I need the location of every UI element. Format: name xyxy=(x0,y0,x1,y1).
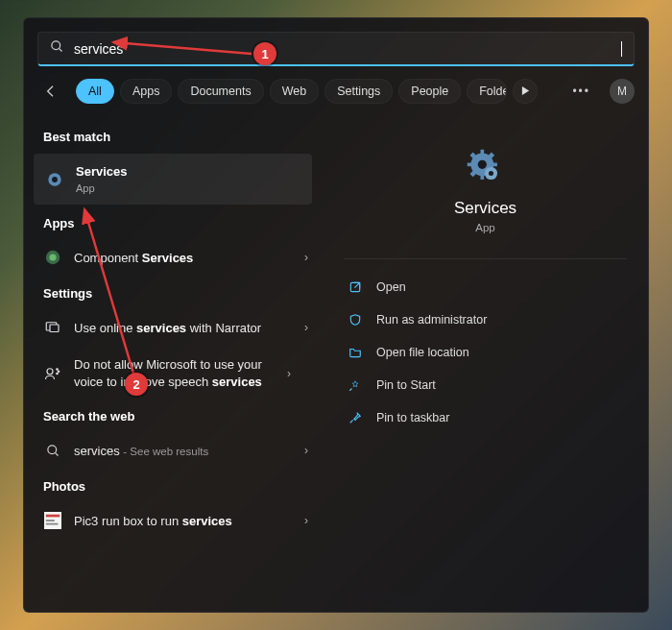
svg-rect-22 xyxy=(480,174,484,180)
filter-tab-people[interactable]: People xyxy=(398,79,461,104)
preview-subtitle: App xyxy=(475,222,494,233)
pin-icon xyxy=(348,410,363,425)
open-icon xyxy=(348,279,363,295)
component-services-icon xyxy=(43,248,62,267)
back-button[interactable] xyxy=(37,78,64,105)
svg-line-35 xyxy=(350,420,353,423)
folder-icon xyxy=(348,345,363,360)
filter-tab-documents[interactable]: Documents xyxy=(178,79,263,104)
svg-point-5 xyxy=(52,177,58,182)
section-apps: Apps xyxy=(24,206,322,238)
result-photo-pic3[interactable]: Pic3 run box to run services › xyxy=(24,501,322,540)
annotation-badge-2: 2 xyxy=(125,373,148,396)
preview-pane: Services App Open Run as administrator O… xyxy=(322,112,648,612)
svg-rect-17 xyxy=(46,515,60,518)
action-pin-to-start[interactable]: Pin to Start xyxy=(344,369,627,401)
filter-row: All Apps Documents Web Settings People F… xyxy=(24,66,648,112)
svg-point-11 xyxy=(57,369,59,371)
annotation-badge-1: 1 xyxy=(253,42,276,65)
svg-line-34 xyxy=(349,389,351,391)
section-photos: Photos xyxy=(24,470,322,501)
result-title: Services xyxy=(76,164,128,179)
result-setting-narrator-online-services[interactable]: Use online services with Narrator › xyxy=(24,308,322,347)
search-bar[interactable] xyxy=(37,32,635,66)
svg-line-15 xyxy=(55,452,58,455)
preview-title: Services xyxy=(454,199,516,218)
chevron-right-icon: › xyxy=(304,251,308,264)
filter-tab-settings[interactable]: Settings xyxy=(324,79,393,104)
search-icon xyxy=(43,441,62,460)
shield-icon xyxy=(348,312,363,327)
chevron-right-icon: › xyxy=(287,367,291,380)
divider xyxy=(344,258,627,259)
section-web: Search the web xyxy=(24,400,322,431)
svg-marker-2 xyxy=(522,86,529,95)
svg-point-31 xyxy=(488,171,492,176)
result-web-services[interactable]: services - See web results › xyxy=(24,431,322,470)
section-settings: Settings xyxy=(24,277,322,308)
svg-rect-18 xyxy=(46,521,55,522)
filter-tab-web[interactable]: Web xyxy=(270,79,319,104)
result-subtitle: App xyxy=(76,182,299,196)
filter-scroll-right[interactable] xyxy=(513,79,538,104)
svg-point-29 xyxy=(477,160,486,169)
result-app-component-services[interactable]: Component Services › xyxy=(24,238,322,277)
text-caret xyxy=(621,41,622,57)
narrator-icon xyxy=(43,318,62,337)
chevron-right-icon: › xyxy=(304,321,308,334)
chevron-right-icon: › xyxy=(304,514,308,527)
svg-rect-21 xyxy=(480,150,484,156)
more-options-button[interactable]: ••• xyxy=(564,81,598,102)
svg-point-7 xyxy=(49,254,56,261)
svg-rect-24 xyxy=(492,163,497,167)
search-icon xyxy=(50,39,64,58)
svg-point-10 xyxy=(47,369,53,375)
results-list: Best match Services App Apps Component S… xyxy=(24,112,322,612)
action-run-as-admin[interactable]: Run as administrator xyxy=(344,303,627,336)
svg-point-0 xyxy=(52,41,60,50)
svg-rect-9 xyxy=(50,325,59,332)
svg-point-14 xyxy=(47,446,56,454)
result-best-match-services[interactable]: Services App xyxy=(34,154,312,205)
pin-icon xyxy=(348,377,363,393)
user-avatar[interactable]: M xyxy=(610,79,635,104)
svg-point-13 xyxy=(57,373,59,375)
svg-rect-23 xyxy=(467,163,472,167)
svg-line-33 xyxy=(354,282,359,287)
svg-point-12 xyxy=(58,371,60,373)
svg-line-1 xyxy=(59,48,61,51)
filter-tab-folders[interactable]: Folders xyxy=(467,79,507,104)
action-pin-to-taskbar[interactable]: Pin to taskbar xyxy=(344,401,627,434)
gear-icon xyxy=(465,147,507,189)
photo-thumbnail-icon xyxy=(43,511,62,530)
filter-tab-all[interactable]: All xyxy=(76,79,114,104)
speech-icon xyxy=(43,364,62,383)
section-best-match: Best match xyxy=(24,120,322,152)
filter-tab-apps[interactable]: Apps xyxy=(120,79,173,104)
action-open[interactable]: Open xyxy=(344,271,627,303)
result-setting-speech-services[interactable]: Do not allow Microsoft to use your voice… xyxy=(24,347,322,400)
start-search-panel: All Apps Documents Web Settings People F… xyxy=(23,17,649,613)
svg-rect-19 xyxy=(46,523,59,525)
chevron-right-icon: › xyxy=(304,444,308,457)
gear-icon xyxy=(45,170,64,189)
action-open-file-location[interactable]: Open file location xyxy=(344,336,627,369)
search-input[interactable] xyxy=(74,41,619,57)
